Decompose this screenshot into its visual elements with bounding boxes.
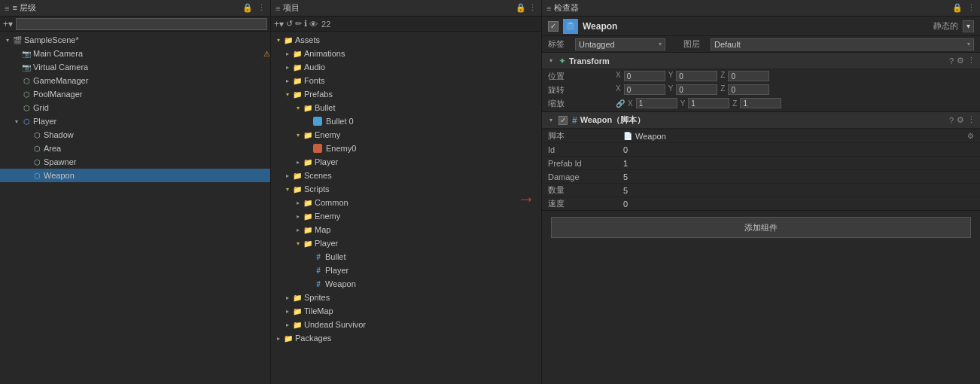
scale-z-input[interactable] <box>740 98 781 108</box>
tag-dropdown[interactable]: Untagged ▾ <box>575 38 665 50</box>
hierarchy-lock-icon[interactable]: 🔒 <box>242 3 253 13</box>
map-folder-icon: 📁 <box>303 224 313 235</box>
inspector-lock-icon[interactable]: 🔒 <box>952 3 963 13</box>
tilemap-label: TileMap <box>304 306 333 315</box>
script-settings-icon[interactable]: ⚙ <box>967 132 974 140</box>
position-fields: X Y Z <box>616 71 974 81</box>
inspector-menu-icon[interactable]: ≡ <box>546 4 551 13</box>
proj-player-folder[interactable]: ▸ 📁 Player <box>271 155 541 169</box>
tree-item-poolmanager[interactable]: ▸ ⬡ PoolManager <box>0 87 270 101</box>
rot-z-label: Z <box>720 84 725 95</box>
proj-scripts-player[interactable]: ▾ 📁 Player <box>271 236 541 250</box>
project-icon-eye2[interactable]: 👁 <box>309 20 318 29</box>
transform-more-icon[interactable]: ⋮ <box>967 56 975 66</box>
audio-label: Audio <box>304 62 325 72</box>
project-icon-pencil[interactable]: ✏ <box>295 19 302 29</box>
common-folder-icon: 📁 <box>303 197 313 208</box>
tree-item-grid[interactable]: ▸ ⬡ Grid <box>0 101 270 114</box>
project-add-btn[interactable]: +▾ <box>274 19 284 29</box>
active-checkbox[interactable]: ✓ <box>548 21 558 32</box>
scene-root[interactable]: ▾ 🎬 SampleScene* <box>0 33 270 47</box>
speed-value: 0 <box>623 200 974 209</box>
hierarchy-panel: ≡ ≡ 层级 🔒 ⋮ +▾ ▾ 🎬 SampleScene* ▸ 📷 Main <box>0 0 271 384</box>
proj-weapon-script[interactable]: ▸ # Weapon <box>271 277 541 291</box>
hierarchy-more-icon[interactable]: ⋮ <box>257 3 266 13</box>
proj-scripts-enemy[interactable]: ▸ 📁 Enemy <box>271 209 541 223</box>
script-ref-value: Weapon <box>635 132 964 141</box>
tag-value-text: Untagged <box>579 40 659 49</box>
assets-root[interactable]: ▾ 📁 Assets <box>271 33 541 47</box>
rot-y-input[interactable] <box>676 84 717 95</box>
pos-y-input[interactable] <box>676 71 717 81</box>
inspector-panel: ≡ 检查器 🔒 ⋮ ✓ Weapon 静态的 ▾ <box>542 0 980 384</box>
tree-item-virtual-camera[interactable]: ▸ 📷 Virtual Camera <box>0 60 270 74</box>
proj-common[interactable]: ▸ 📁 Common <box>271 196 541 209</box>
object-name: Weapon <box>583 21 929 32</box>
proj-audio[interactable]: ▸ 📁 Audio <box>271 60 541 74</box>
proj-undead[interactable]: ▸ 📁 Undead Survivor <box>271 318 541 331</box>
tree-item-shadow[interactable]: ▸ ⬡ Shadow <box>0 128 270 142</box>
add-component-button[interactable]: 添加组件 <box>551 217 971 238</box>
proj-map[interactable]: ▸ 📁 Map <box>271 223 541 236</box>
layer-dropdown[interactable]: Default ▾ <box>711 38 974 50</box>
proj-enemy0[interactable]: ▸ Enemy0 <box>271 142 541 155</box>
proj-tilemap[interactable]: ▸ 📁 TileMap <box>271 304 541 318</box>
proj-bullet-folder[interactable]: ▾ 📁 Bullet <box>271 101 541 114</box>
tree-item-player[interactable]: ▾ ⬡ Player <box>0 114 270 128</box>
proj-enemy-folder[interactable]: ▾ 📁 Enemy <box>271 128 541 142</box>
project-header: ≡ 项目 🔒 ⋮ <box>271 0 541 17</box>
scenes-arrow: ▸ <box>283 171 292 180</box>
hierarchy-menu-icon[interactable]: ≡ <box>5 4 9 13</box>
tree-item-area[interactable]: ▸ ⬡ Area <box>0 142 270 155</box>
scale-link-icon[interactable]: 🔗 <box>616 99 625 108</box>
tree-item-weapon[interactable]: ▸ ⬡ Weapon <box>0 169 270 182</box>
hierarchy-add-btn[interactable]: +▾ <box>3 19 13 29</box>
tree-item-main-camera[interactable]: ▸ 📷 Main Camera ⚠ <box>0 47 270 60</box>
bullet-folder-arrow: ▾ <box>294 103 303 112</box>
tilemap-folder-icon: 📁 <box>292 306 303 316</box>
proj-packages[interactable]: ▸ 📁 Packages <box>271 331 541 345</box>
hierarchy-search-input[interactable] <box>16 18 267 30</box>
project-icon-info[interactable]: ℹ <box>304 19 307 29</box>
proj-prefabs[interactable]: ▾ 📁 Prefabs <box>271 87 541 101</box>
virtual-camera-label: Virtual Camera <box>33 62 88 72</box>
quantity-field-row: 数量 5 <box>542 183 980 197</box>
proj-scripts[interactable]: ▾ 📁 Scripts <box>271 182 541 196</box>
static-dropdown[interactable]: ▾ <box>963 20 974 32</box>
scripts-player-folder-icon: 📁 <box>303 238 313 248</box>
weapon-script-arrow[interactable]: ▾ <box>546 116 555 125</box>
rot-x-input[interactable] <box>624 84 665 95</box>
scale-x-input[interactable] <box>636 98 677 108</box>
pos-x-input[interactable] <box>624 71 665 81</box>
rotation-fields: X Y Z <box>616 84 974 95</box>
inspector-more-icon[interactable]: ⋮ <box>967 3 975 13</box>
project-menu-icon[interactable]: ≡ <box>275 4 280 13</box>
player-folder-label: Player <box>315 157 338 166</box>
project-icon-refresh[interactable]: ↺ <box>286 19 293 29</box>
script-ref-icon: 📄 <box>623 132 632 140</box>
rot-z-input[interactable] <box>728 84 769 95</box>
tree-item-gamemanager[interactable]: ▸ ⬡ GameManager <box>0 74 270 87</box>
proj-scenes[interactable]: ▸ 📁 Scenes <box>271 169 541 182</box>
proj-player-script[interactable]: ▸ # Player <box>271 264 541 277</box>
proj-animations[interactable]: ▸ 📁 Animations <box>271 47 541 60</box>
project-more-icon[interactable]: ⋮ <box>528 3 537 13</box>
proj-bullet-script[interactable]: ▸ # Bullet <box>271 250 541 264</box>
proj-bullet0[interactable]: ▸ Bullet 0 <box>271 114 541 128</box>
transform-settings-icon[interactable]: ⚙ <box>957 56 964 66</box>
transform-help-icon[interactable]: ? <box>949 56 954 66</box>
id-label: Id <box>548 145 623 154</box>
common-label: Common <box>315 198 348 207</box>
transform-arrow[interactable]: ▾ <box>546 56 555 66</box>
proj-fonts[interactable]: ▸ 📁 Fonts <box>271 74 541 87</box>
project-lock-icon[interactable]: 🔒 <box>516 3 526 13</box>
weapon-script-enabled[interactable]: ✓ <box>558 116 568 125</box>
weapon-script-settings-icon[interactable]: ⚙ <box>957 115 964 125</box>
proj-sprites[interactable]: ▸ 📁 Sprites <box>271 291 541 304</box>
pos-z-input[interactable] <box>728 71 769 81</box>
weapon-script-more-icon[interactable]: ⋮ <box>967 115 975 125</box>
weapon-script-help-icon[interactable]: ? <box>949 116 954 125</box>
scale-y-input[interactable] <box>688 98 729 108</box>
bullet-folder-label: Bullet <box>315 103 336 112</box>
tree-item-spawner[interactable]: ▸ ⬡ Spawner <box>0 155 270 169</box>
